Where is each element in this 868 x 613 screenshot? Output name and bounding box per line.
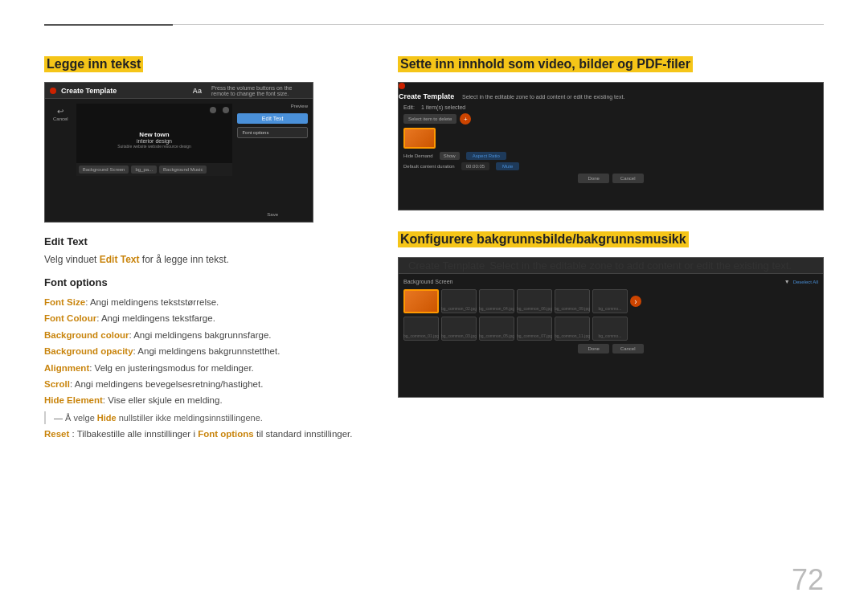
done-btn2[interactable]: Done [578,344,608,353]
orange-thumb [403,128,436,149]
done-cancel-row2: Done Cancel [403,344,818,353]
right-screenshot1: Create Template Select in the editable z… [398,82,824,210]
thumb-11-label: bg_common_11.jpg [555,333,590,338]
font-options-bubble[interactable]: Font options [237,127,308,138]
red-dot-right-icon [399,83,405,89]
right-screenshot2-title: Create Template [408,260,485,272]
bg-opacity-text: : Angi meldingens bakgrunnstetthet. [133,346,280,356]
thumbs-row2: bg_common_01.jpg bg_common_03.jpg bg_com… [403,317,818,341]
hide-demand-label: Hide Demand [403,153,433,158]
edit-text-term: Edit Text [100,254,140,265]
font-size-term: Font Size [44,297,85,307]
thumbs-row1: bg_common_02.jpg bg_common_04.jpg bg_com… [403,289,818,313]
option-bg-opacity: Background opacity: Angi meldingens bakg… [44,344,366,358]
done-cancel-row1: Done Cancel [403,174,818,183]
note-line: — Å velge Hide nullstiller ikke meldings… [44,411,366,425]
left-screenshot-title: Create Template [61,87,117,95]
aa-icon: Aa [192,87,202,95]
bg-colour-text: : Angi meldingens bakgrunnsfarge. [129,330,271,340]
thumb-07[interactable]: bg_common_07.jpg [517,317,552,341]
deselect-btn[interactable]: Deselect All [793,280,818,284]
reset-line: Reset : Tilbakestille alle innstillinger… [44,429,366,439]
left-icons: ↩ Cancel [50,104,72,217]
bg-label-row: Background Screen ▼ Deselect All [403,279,818,284]
cancel-btn2[interactable]: Cancel [612,344,644,353]
red-dot-icon [50,88,56,94]
preview-interior: interior design [117,138,191,144]
thumb-09-label: bg_common_09.jpg [555,306,590,311]
screen-content-area: New town interior design Suitable websit… [76,104,233,176]
reset-text: : Tilbakestille alle innstillinger i [72,429,195,439]
scroll-term: Scroll [44,379,70,389]
hide-element-term: Hide Element [44,395,103,405]
bg-screen-btn[interactable]: Background Screen [79,166,129,174]
thumb-01-label: bg_common_01.jpg [403,333,439,338]
thumb-05[interactable]: bg_common_05.jpg [479,317,514,341]
aspect-label[interactable]: Aspect Ratio [466,152,506,160]
edit-text-rest: for å legge inn tekst. [142,254,229,265]
option-font-colour: Font Colour: Angi meldingens tekstfarge. [44,311,366,325]
reset-text2: til standard innstillinger. [256,429,353,439]
thumb-more[interactable]: bg_commo... [592,289,628,313]
show-btn[interactable]: Show [440,152,460,160]
right-screenshot2-subtitle: Select in the editable zone to add conte… [489,260,792,272]
note-bold: Hide [97,413,117,423]
bg-colour-term: Background colour [44,330,129,340]
item-label: 1 item(s) selected [421,104,465,110]
thumb-01[interactable]: bg_common_01.jpg [403,317,439,341]
mute-btn[interactable]: Mute [496,162,519,170]
right-column: Sette inn innhold som video, bilder og P… [398,56,824,439]
thumb-05-label: bg_common_05.jpg [479,333,514,338]
option-alignment: Alignment: Velg en justeringsmodus for m… [44,361,366,375]
save-btn[interactable]: Save [267,212,278,217]
left-screenshot: Create Template Aa Press the volume butt… [44,82,313,223]
screen-side-panel: Preview Edit Text Font options Save [237,104,308,217]
bg-music-btn[interactable]: Background Music [159,166,207,174]
duration-label: Default content duration [403,164,455,169]
right-screenshot1-subtitle: Select in the editable zone to add conte… [462,94,624,100]
right-screenshot2: Create Template Select in the editable z… [398,257,824,398]
thumb-02-label: bg_common_02.jpg [441,306,477,311]
reset-term: Reset [44,429,69,439]
select-delete-btn[interactable]: Select item to delete [403,114,457,124]
preview-town: New town [117,131,191,138]
page-number: 72 [792,563,824,597]
preview-label: Preview [291,104,308,108]
hide-element-text: : Vise eller skjule en melding. [103,395,223,405]
thumb-selected[interactable] [403,289,439,313]
screen-inner-left: ↩ Cancel New town interior design Suitab [45,99,313,222]
right-section-heading1: Sette inn innhold som video, bilder og P… [398,56,693,72]
thumb-more-label: bg_commo... [599,306,622,311]
edit-text-bubble[interactable]: Edit Text [237,113,308,124]
right-screen-inner1: Edit: 1 item(s) selected Select item to … [399,101,823,210]
nav-arrow-right[interactable]: › [630,296,641,307]
duration-row: Default content duration 00:00:05 Mute [403,162,818,170]
thumb-07-label: bg_common_07.jpg [517,333,552,338]
duration-val: 00:00:05 [461,162,489,170]
thumb-more2[interactable]: bg_commo... [592,317,628,341]
alignment-text: : Velg en justeringsmodus for meldinger. [89,363,254,373]
content-area: Legge inn tekst Create Template Aa Press… [44,56,824,439]
thumb-more2-label: bg_commo... [599,333,622,338]
left-column: Legge inn tekst Create Template Aa Press… [44,56,366,439]
thumb-11[interactable]: bg_common_11.jpg [555,317,590,341]
thumb-03[interactable]: bg_common_03.jpg [441,317,477,341]
option-scroll: Scroll: Angi meldingens bevegelsesretnin… [44,377,366,391]
bg-pa-btn[interactable]: bg_pa... [131,166,157,174]
page-container: Legge inn tekst Create Template Aa Press… [0,0,868,613]
done-btn1[interactable]: Done [578,174,608,183]
plus-btn[interactable]: + [460,113,471,125]
thumb-09[interactable]: bg_common_09.jpg [555,289,590,313]
right-title-bar2: Create Template Select in the editable z… [399,258,823,274]
edit-label: Edit: [403,104,415,110]
thumb-06[interactable]: bg_common_06.jpg [517,289,552,313]
thumb-02[interactable]: bg_common_02.jpg [441,289,477,313]
note-prefix: — Å velge [54,413,95,423]
cancel-btn1[interactable]: Cancel [612,174,644,183]
thumb-04[interactable]: bg_common_04.jpg [479,289,514,313]
left-section-heading: Legge inn tekst [44,56,143,72]
edit-label-row: Edit: 1 item(s) selected [403,104,818,110]
bg-inner: Background Screen ▼ Deselect All bg_comm… [399,274,823,358]
option-font-size: Font Size: Angi meldingens tekststørrels… [44,295,366,309]
edit-text-heading: Edit Text [44,235,366,247]
